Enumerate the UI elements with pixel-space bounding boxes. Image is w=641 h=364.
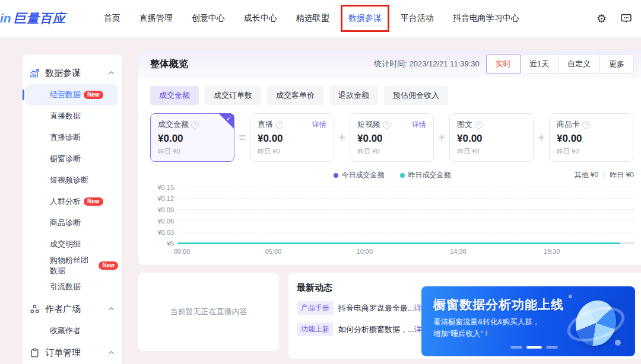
sidebar-item-label: 经营数据: [50, 90, 81, 100]
sidebar-section-author-plaza[interactable]: 作者广场: [23, 298, 122, 320]
legend-today[interactable]: 今日成交金额: [334, 170, 385, 180]
sidebar: 数据参谋 经营数据 New 直播数据 直播诊断 橱窗诊断 短视频诊断 人群分析 …: [23, 55, 122, 364]
yesterday-series-line: [177, 242, 620, 244]
carousel-dot[interactable]: [546, 346, 558, 349]
sidebar-item-traffic-data[interactable]: 引流数据: [26, 276, 118, 298]
sidebar-item-audience-analysis[interactable]: 人群分析 New: [26, 191, 118, 212]
promo-banner[interactable]: 橱窗数据分析功能上线 看清橱窗流量&转化&购买人群， 增加“睡后收入”！: [421, 286, 635, 356]
live-empty-text: 当前暂无正在直播内容: [170, 306, 247, 317]
stat-time-value: 2023/12/21 11:39:30: [409, 59, 479, 68]
nav-item-data-advisor[interactable]: 数据参谋: [348, 13, 382, 24]
time-filter-group: 实时 近1天 自定义 更多: [487, 55, 634, 74]
chevron-up-icon[interactable]: [108, 350, 115, 355]
tab-avg-order-value[interactable]: 成交客单价: [267, 86, 323, 105]
page-title: 整体概览: [150, 58, 188, 71]
sidebar-item-transaction-detail[interactable]: 成交明细: [26, 234, 118, 255]
sidebar-item-live-diagnosis[interactable]: 直播诊断: [26, 127, 118, 148]
sidebar-item-showcase-diagnosis[interactable]: 橱窗诊断: [26, 148, 118, 170]
plus-separator: +: [334, 113, 350, 162]
sidebar-item-label: 成交明细: [50, 239, 81, 250]
card-subvalue: 昨日 ¥0: [457, 147, 526, 156]
sidebar-section-data-advisor[interactable]: 数据参谋: [23, 62, 122, 84]
sidebar-section-label: 作者广场: [45, 304, 103, 315]
detail-link[interactable]: 详情: [312, 120, 326, 130]
tab-refund-amount[interactable]: 退款金额: [329, 86, 378, 105]
y-tick: ¥0: [149, 240, 174, 247]
card-value: ¥0.00: [357, 133, 426, 145]
legend-label: 今日成交金额: [342, 170, 385, 180]
help-icon[interactable]: ?: [191, 121, 199, 129]
card-live-gmv[interactable]: 直播 ? 详情 ¥0.00 昨日 ¥0: [250, 113, 334, 162]
chevron-up-icon[interactable]: [108, 71, 115, 75]
nav-item-platform-activity[interactable]: 平台活动: [401, 13, 434, 24]
help-icon[interactable]: ?: [383, 121, 391, 129]
carousel-dot[interactable]: [510, 346, 522, 349]
tab-commission-income[interactable]: 预估佣金收入: [384, 86, 448, 105]
clipboard-icon: [30, 348, 40, 358]
detail-link[interactable]: 详情: [412, 120, 426, 130]
nav-item-selected-alliance[interactable]: 精选联盟: [296, 13, 329, 24]
help-icon[interactable]: ?: [582, 121, 590, 129]
card-video-gmv[interactable]: 短视频 ? 详情 ¥0.00 昨日 ¥0: [350, 113, 434, 162]
filter-1day-button[interactable]: 近1天: [520, 55, 559, 74]
message-icon[interactable]: [620, 12, 633, 25]
logo-text: 巨量百应: [14, 11, 66, 25]
legend-yesterday[interactable]: 昨日成交金额: [400, 170, 451, 180]
app-logo[interactable]: in巨量百应: [0, 10, 66, 27]
card-subvalue: 昨日 ¥0: [158, 147, 227, 156]
y-tick: ¥0.09: [149, 206, 174, 213]
active-indicator-bar: [23, 90, 24, 100]
sidebar-item-fanclub-data[interactable]: 购物粉丝团数据 New: [26, 255, 118, 276]
nav-item-home[interactable]: 首页: [104, 13, 120, 24]
sidebar-item-label: 人群分析: [50, 196, 81, 207]
tab-gmv[interactable]: 成交金额: [150, 86, 199, 105]
authors-icon: [30, 304, 40, 314]
y-tick: ¥0.03: [149, 229, 174, 236]
sidebar-item-video-diagnosis[interactable]: 短视频诊断: [26, 170, 118, 191]
filter-custom-button[interactable]: 自定义: [558, 55, 600, 74]
plus-separator: +: [434, 113, 449, 162]
nav-menu: 首页 直播管理 创意中心 成长中心 精选联盟 数据参谋 平台活动 抖音电商学习中…: [104, 13, 519, 24]
card-value: ¥0.00: [557, 133, 626, 145]
filter-realtime-button[interactable]: 实时: [486, 55, 521, 74]
card-value: ¥0.00: [158, 133, 227, 145]
overview-panel: 整体概览 统计时间: 2023/12/21 11:39:30 实时 近1天 自定…: [138, 50, 641, 265]
sidebar-item-favorite-authors[interactable]: 收藏作者: [26, 320, 118, 341]
note-other: 其他 ¥0: [575, 170, 599, 180]
card-subvalue: 昨日 ¥0: [357, 147, 426, 156]
gridline: ¥0.06: [177, 221, 634, 221]
card-image-text-gmv[interactable]: 图文 ? ¥0.00 昨日 ¥0: [449, 113, 534, 162]
chevron-up-icon[interactable]: [108, 306, 115, 311]
pie-chart-illustration: [567, 293, 624, 350]
filter-more-button[interactable]: 更多: [599, 55, 634, 74]
nav-item-learning-center[interactable]: 抖音电商学习中心: [453, 13, 519, 24]
sidebar-item-label: 直播诊断: [50, 132, 81, 143]
metric-tab-bar: 成交金额 成交订单数 成交客单价 退款金额 预估佣金收入: [150, 86, 634, 105]
sidebar-item-business-data[interactable]: 经营数据 New: [26, 84, 118, 106]
carousel-dot-active[interactable]: [526, 346, 542, 349]
nav-item-growth-center[interactable]: 成长中心: [244, 13, 277, 24]
settings-icon[interactable]: ⚙: [596, 13, 607, 24]
news-text: 如何分析橱窗数据，...: [338, 324, 414, 335]
sidebar-item-label: 直播数据: [50, 111, 81, 122]
sidebar-item-product-diagnosis[interactable]: 商品诊断: [26, 212, 118, 234]
card-product-card-gmv[interactable]: 商品卡 ? ¥0.00 昨日 ¥0: [549, 113, 633, 162]
sidebar-section-order-management[interactable]: 订单管理: [23, 341, 122, 364]
nav-item-live-management[interactable]: 直播管理: [139, 13, 173, 24]
gridline: ¥0.12: [177, 198, 634, 199]
help-icon[interactable]: ?: [275, 121, 283, 129]
nav-item-creative-center[interactable]: 创意中心: [192, 13, 225, 24]
overview-header: 整体概览 统计时间: 2023/12/21 11:39:30 实时 近1天 自定…: [138, 50, 641, 78]
card-total-gmv[interactable]: ✓ 成交金额 ? ¥0.00 昨日 ¥0: [150, 113, 234, 162]
tab-order-count[interactable]: 成交订单数: [205, 86, 261, 105]
gmv-trend-chart: 今日成交金额 昨日成交金额 其他 ¥0 | 昨日 ¥0 ¥0.15 ¥0.12 …: [150, 170, 634, 260]
y-tick: ¥0.12: [149, 195, 174, 202]
nav-icon-group: ⚙: [596, 12, 641, 25]
plus-separator: +: [534, 113, 549, 162]
help-icon[interactable]: ?: [475, 121, 483, 129]
sidebar-item-live-data[interactable]: 直播数据: [26, 106, 118, 127]
gridline: ¥0.03: [177, 232, 634, 232]
card-title: 商品卡: [557, 119, 580, 130]
logo-prefix: in: [0, 11, 11, 25]
chart-plot-area: ¥0.15 ¥0.12 ¥0.09 ¥0.06 ¥0.03 ¥0: [177, 187, 634, 244]
